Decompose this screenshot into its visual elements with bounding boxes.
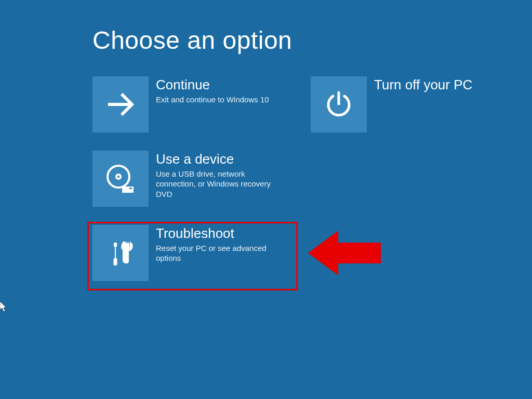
svg-marker-12: [0, 301, 6, 312]
turnoff-option[interactable]: Turn off your PC: [311, 76, 518, 132]
tools-icon: [105, 237, 136, 269]
device-option[interactable]: Use a device Use a USB drive, network co…: [92, 151, 300, 207]
continue-title: Continue: [156, 77, 269, 92]
svg-rect-5: [122, 187, 134, 193]
arrow-right-icon: [104, 88, 137, 121]
power-icon: [324, 89, 354, 119]
troubleshoot-icon-box: [92, 225, 149, 281]
troubleshoot-option[interactable]: Troubleshoot Reset your PC or see advanc…: [92, 225, 300, 281]
continue-option[interactable]: Continue Exit and continue to Windows 10: [92, 76, 300, 132]
page-title: Choose an option: [92, 26, 532, 55]
device-desc: Use a USB drive, network connection, or …: [156, 169, 284, 200]
turnoff-icon-box: [311, 76, 367, 132]
device-title: Use a device: [156, 152, 284, 167]
options-grid: Continue Exit and continue to Windows 10…: [92, 76, 532, 281]
mouse-cursor-icon: [0, 301, 8, 313]
continue-desc: Exit and continue to Windows 10: [156, 95, 269, 105]
disc-icon: [103, 162, 138, 196]
svg-rect-9: [114, 258, 117, 265]
troubleshoot-desc: Reset your PC or see advanced options: [156, 243, 284, 263]
svg-rect-8: [115, 247, 116, 258]
svg-point-4: [117, 176, 119, 178]
continue-icon-box: [92, 76, 149, 132]
svg-rect-7: [114, 243, 117, 247]
svg-rect-6: [129, 188, 132, 189]
turnoff-title: Turn off your PC: [374, 77, 472, 92]
troubleshoot-title: Troubleshoot: [156, 226, 284, 241]
device-icon-box: [92, 151, 149, 207]
svg-rect-10: [124, 250, 128, 262]
